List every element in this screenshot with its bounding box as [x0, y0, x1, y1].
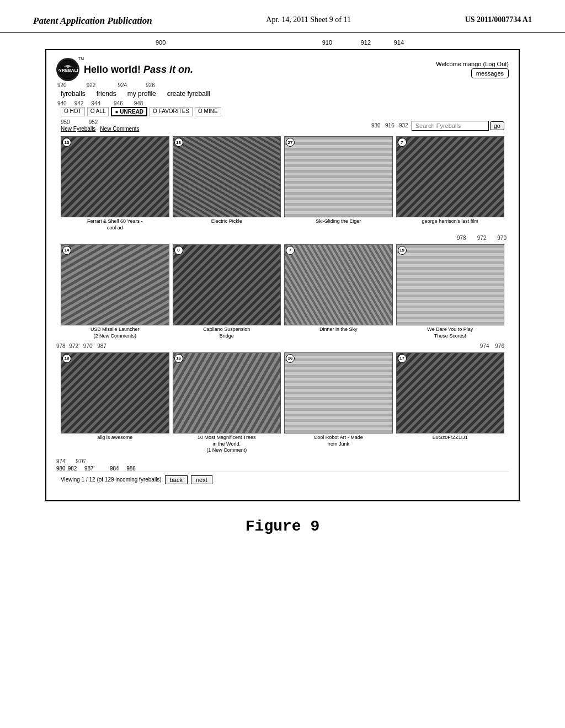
ref-948-label: 948 — [134, 100, 143, 106]
ref-930-label: 930 — [371, 122, 381, 129]
thumbnail-grid-row1: 13 Ferrari & Shell 60 Years -cool ad 13 … — [56, 133, 509, 235]
app-logo-circle: FYREBALL — [56, 58, 79, 81]
main-content: 900 910 912 914 TM FYREBALL — [0, 33, 565, 546]
ref-978-left: 978 — [56, 343, 66, 349]
ref-986-label: 986 — [126, 465, 136, 472]
thumbnail-item-7[interactable]: 7 Dinner in the Sky — [284, 244, 393, 340]
filter-hot[interactable]: O HOT — [61, 107, 85, 116]
ref-942-label: 942 — [74, 100, 84, 106]
figure-caption: Figure 9 — [246, 518, 319, 535]
pagination-area: Viewing 1 / 12 (of 129 incoming fyreball… — [56, 472, 509, 488]
ref-970-prime: 970' — [83, 343, 94, 349]
thumbnail-item-12[interactable]: 17 BuGz0FrZZ1!J1 — [396, 352, 505, 454]
ref-987p-label: 987' — [84, 465, 95, 472]
filter-unread[interactable]: ● UNREAD — [111, 107, 147, 116]
ref-984-label: 984 — [110, 465, 119, 472]
thumb-title-12: BuGz0FrZZ1!J1 — [396, 435, 505, 441]
sub-nav: O HOT O ALL ● UNREAD O FAVORITES O MINE — [56, 105, 509, 118]
ref-950-label: 950 — [61, 119, 70, 125]
nav-tabs: fyreballs friends my profile create fyre… — [56, 87, 509, 100]
ref-972-label: 972 — [477, 235, 487, 241]
thumb-title-7: Dinner in the Sky — [284, 326, 393, 333]
thumb-title-10: 10 Most Magnificent Treesin the World.(1… — [173, 435, 281, 454]
badge-8: 19 — [398, 246, 407, 255]
next-button[interactable]: next — [191, 475, 212, 484]
ref-976-right: 976 — [495, 343, 504, 349]
nav-tab-fyreballs[interactable]: fyreballs — [61, 90, 86, 98]
badge-6: 0 — [174, 246, 183, 255]
badge-1: 13 — [62, 138, 71, 147]
filter-mine[interactable]: O MINE — [195, 107, 221, 116]
thumbnail-item-5[interactable]: 14 USB Missile Launcher(2 New Comments) — [61, 244, 169, 340]
badge-12: 17 — [398, 354, 407, 363]
thumb-title-8: We Dare You to PlayThese Scores! — [396, 326, 505, 339]
ref-974-prime: 974' — [56, 458, 67, 464]
thumbnail-grid-row3: 18 allg is awesome 16 10 Most Magnificen… — [56, 349, 509, 457]
ref-952-label: 952 — [89, 119, 98, 125]
badge-3: 27 — [286, 138, 295, 147]
ref-946-label: 946 — [114, 100, 123, 106]
ref-976-prime-label: 976' — [76, 458, 86, 464]
ref-900: 900 — [156, 39, 166, 46]
header-publication-title: Patent Application Publication — [33, 15, 152, 26]
user-area: Welcome mango (Log Out) messages — [436, 61, 509, 78]
badge-9: 18 — [62, 354, 71, 363]
badge-4: 7 — [398, 138, 407, 147]
ref-914: 914 — [394, 39, 404, 46]
ref-972-prime: 972' — [69, 343, 79, 349]
messages-button[interactable]: messages — [471, 68, 509, 78]
header-patent-number: US 2011/0087734 A1 — [465, 15, 532, 24]
ref-980-label: 980 — [56, 465, 66, 472]
ref-940-label: 940 — [57, 100, 67, 106]
thumbnail-item-11[interactable]: 16 Cool Robot Art - Madefrom Junk — [284, 352, 393, 454]
thumbnail-item-3[interactable]: 27 Ski-Gliding the Eiger — [284, 136, 393, 232]
ref-982-label: 982 — [68, 465, 77, 472]
welcome-text: Welcome mango (Log Out) — [436, 61, 509, 67]
thumbnail-item-6[interactable]: 0 Capilano SuspensionBridge — [173, 244, 281, 340]
badge-11: 16 — [286, 354, 295, 363]
app-tagline: Hello world! Pass it on. — [84, 64, 193, 76]
ref-912: 912 — [361, 39, 371, 46]
thumb-title-4: george harrison's last film — [396, 218, 505, 225]
ref-910: 910 — [322, 39, 332, 46]
ref-916-label: 916 — [385, 122, 395, 129]
thumbnail-item-4[interactable]: 7 george harrison's last film — [396, 136, 505, 232]
thumb-title-6: Capilano SuspensionBridge — [173, 326, 281, 339]
svg-text:FYREBALL: FYREBALL — [58, 68, 78, 73]
pagination-text: Viewing 1 / 12 (of 129 incoming fyreball… — [61, 477, 162, 483]
thumb-title-5: USB Missile Launcher(2 New Comments) — [61, 326, 169, 339]
thumbnail-item-8[interactable]: 19 We Dare You to PlayThese Scores! — [396, 244, 505, 340]
ref-978-label: 978 — [457, 235, 466, 241]
ref-926-label: 926 — [146, 82, 155, 88]
thumbnail-item-9[interactable]: 18 allg is awesome — [61, 352, 169, 454]
thumb-title-1: Ferrari & Shell 60 Years -cool ad — [61, 218, 169, 231]
badge-10: 16 — [174, 354, 183, 363]
ref-944-label: 944 — [91, 100, 100, 106]
new-fyreballs-link[interactable]: New Fyreballs — [61, 126, 95, 132]
badge-5: 14 — [62, 246, 71, 255]
search-input[interactable] — [412, 121, 489, 131]
new-comments-link[interactable]: New Comments — [100, 126, 139, 132]
badge-7: 7 — [286, 246, 295, 255]
nav-tab-myprofile[interactable]: my profile — [127, 90, 156, 98]
header-date-sheet: Apr. 14, 2011 Sheet 9 of 11 — [266, 15, 351, 24]
thumbnail-item-1[interactable]: 13 Ferrari & Shell 60 Years -cool ad — [61, 136, 169, 232]
thumb-title-9: allg is awesome — [61, 435, 169, 441]
thumbnail-item-10[interactable]: 16 10 Most Magnificent Treesin the World… — [173, 352, 281, 454]
ref-974-right: 974 — [480, 343, 489, 349]
badge-2: 13 — [174, 138, 183, 147]
diagram-wrapper: 900 910 912 914 TM FYREBALL — [45, 49, 520, 501]
filter-favorites[interactable]: O FAVORITES — [150, 107, 193, 116]
thumb-title-3: Ski-Gliding the Eiger — [284, 218, 393, 225]
ref-987: 987 — [97, 343, 106, 349]
page-header: Patent Application Publication Apr. 14, … — [0, 0, 565, 33]
thumb-title-11: Cool Robot Art - Madefrom Junk — [284, 435, 393, 447]
back-button[interactable]: back — [165, 475, 188, 484]
filter-all[interactable]: O ALL — [87, 107, 109, 116]
nav-tab-friends[interactable]: friends — [97, 90, 116, 98]
search-go-button[interactable]: go — [490, 121, 504, 130]
nav-tab-create[interactable]: create fyreballl — [167, 90, 210, 98]
thumb-title-2: Electric Pickle — [173, 218, 281, 225]
ref-922-label: 922 — [87, 82, 96, 88]
thumbnail-item-2[interactable]: 13 Electric Pickle — [173, 136, 281, 232]
